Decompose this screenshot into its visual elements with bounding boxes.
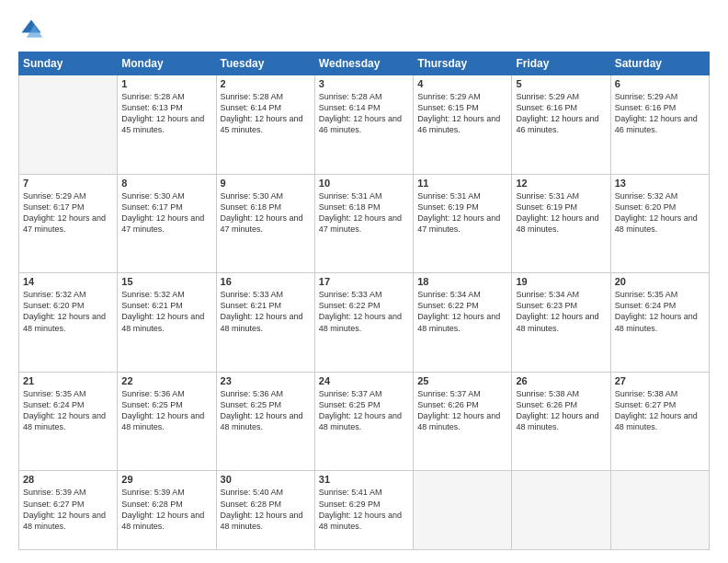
day-number: 29: [121, 474, 211, 485]
calendar-cell: 4Sunrise: 5:29 AMSunset: 6:15 PMDaylight…: [414, 75, 512, 175]
logo: [18, 17, 48, 42]
calendar-cell: [414, 471, 512, 550]
calendar-cell: 7Sunrise: 5:29 AMSunset: 6:17 PMDaylight…: [19, 174, 118, 273]
calendar-cell: 18Sunrise: 5:34 AMSunset: 6:22 PMDayligh…: [414, 273, 512, 373]
day-number: 25: [417, 375, 507, 386]
cell-info: Sunrise: 5:40 AMSunset: 6:28 PMDaylight:…: [221, 487, 311, 532]
calendar-cell: 15Sunrise: 5:32 AMSunset: 6:21 PMDayligh…: [118, 273, 216, 373]
cell-info: Sunrise: 5:38 AMSunset: 6:27 PMDaylight:…: [615, 388, 705, 433]
calendar-cell: 6Sunrise: 5:29 AMSunset: 6:16 PMDaylight…: [610, 75, 709, 175]
calendar-cell: 2Sunrise: 5:28 AMSunset: 6:14 PMDaylight…: [216, 75, 314, 175]
day-number: 16: [221, 276, 311, 287]
calendar-cell: [610, 471, 709, 550]
cell-info: Sunrise: 5:30 AMSunset: 6:18 PMDaylight:…: [221, 190, 311, 236]
day-header-friday: Friday: [512, 52, 610, 75]
header: [18, 17, 710, 42]
cell-info: Sunrise: 5:41 AMSunset: 6:29 PMDaylight:…: [319, 487, 409, 532]
day-number: 24: [319, 375, 409, 386]
cell-info: Sunrise: 5:28 AMSunset: 6:14 PMDaylight:…: [319, 91, 409, 136]
day-number: 10: [319, 178, 409, 189]
cell-info: Sunrise: 5:37 AMSunset: 6:26 PMDaylight:…: [417, 388, 507, 433]
cell-info: Sunrise: 5:29 AMSunset: 6:15 PMDaylight:…: [417, 91, 507, 136]
page: SundayMondayTuesdayWednesdayThursdayFrid…: [0, 0, 728, 563]
day-number: 11: [417, 178, 507, 189]
calendar-cell: 11Sunrise: 5:31 AMSunset: 6:19 PMDayligh…: [414, 174, 512, 273]
calendar-cell: 22Sunrise: 5:36 AMSunset: 6:25 PMDayligh…: [118, 372, 216, 471]
cell-info: Sunrise: 5:37 AMSunset: 6:25 PMDaylight:…: [319, 388, 409, 433]
calendar-cell: 3Sunrise: 5:28 AMSunset: 6:14 PMDaylight…: [314, 75, 413, 175]
cell-info: Sunrise: 5:34 AMSunset: 6:23 PMDaylight:…: [516, 289, 606, 334]
cell-info: Sunrise: 5:32 AMSunset: 6:20 PMDaylight:…: [615, 190, 705, 236]
cell-info: Sunrise: 5:29 AMSunset: 6:16 PMDaylight:…: [516, 91, 606, 136]
cell-info: Sunrise: 5:30 AMSunset: 6:17 PMDaylight:…: [121, 190, 211, 236]
cell-info: Sunrise: 5:39 AMSunset: 6:27 PMDaylight:…: [23, 487, 113, 532]
day-number: 31: [319, 474, 409, 485]
cell-info: Sunrise: 5:31 AMSunset: 6:19 PMDaylight:…: [417, 190, 507, 236]
calendar-cell: 10Sunrise: 5:31 AMSunset: 6:18 PMDayligh…: [314, 174, 413, 273]
calendar-cell: 21Sunrise: 5:35 AMSunset: 6:24 PMDayligh…: [19, 372, 118, 471]
cell-info: Sunrise: 5:36 AMSunset: 6:25 PMDaylight:…: [121, 388, 211, 433]
calendar-cell: 20Sunrise: 5:35 AMSunset: 6:24 PMDayligh…: [610, 273, 709, 373]
calendar-table: SundayMondayTuesdayWednesdayThursdayFrid…: [18, 52, 710, 550]
day-number: 17: [319, 276, 409, 287]
cell-info: Sunrise: 5:29 AMSunset: 6:16 PMDaylight:…: [615, 91, 705, 136]
day-number: 28: [23, 474, 113, 485]
calendar-cell: 19Sunrise: 5:34 AMSunset: 6:23 PMDayligh…: [512, 273, 610, 373]
day-number: 27: [615, 375, 705, 386]
calendar-cell: 26Sunrise: 5:38 AMSunset: 6:26 PMDayligh…: [512, 372, 610, 471]
day-number: 26: [516, 375, 606, 386]
calendar-cell: 23Sunrise: 5:36 AMSunset: 6:25 PMDayligh…: [216, 372, 314, 471]
calendar-cell: 13Sunrise: 5:32 AMSunset: 6:20 PMDayligh…: [610, 174, 709, 273]
cell-info: Sunrise: 5:29 AMSunset: 6:17 PMDaylight:…: [23, 190, 113, 236]
cell-info: Sunrise: 5:33 AMSunset: 6:21 PMDaylight:…: [221, 289, 311, 334]
calendar-cell: 14Sunrise: 5:32 AMSunset: 6:20 PMDayligh…: [19, 273, 118, 373]
cell-info: Sunrise: 5:35 AMSunset: 6:24 PMDaylight:…: [23, 388, 113, 433]
cell-info: Sunrise: 5:31 AMSunset: 6:18 PMDaylight:…: [319, 190, 409, 236]
calendar-cell: 25Sunrise: 5:37 AMSunset: 6:26 PMDayligh…: [414, 372, 512, 471]
cell-info: Sunrise: 5:38 AMSunset: 6:26 PMDaylight:…: [516, 388, 606, 433]
day-number: 22: [121, 375, 211, 386]
day-number: 13: [615, 178, 705, 189]
cell-info: Sunrise: 5:36 AMSunset: 6:25 PMDaylight:…: [221, 388, 311, 433]
calendar-cell: 29Sunrise: 5:39 AMSunset: 6:28 PMDayligh…: [118, 471, 216, 550]
day-header-wednesday: Wednesday: [314, 52, 413, 75]
calendar-cell: 24Sunrise: 5:37 AMSunset: 6:25 PMDayligh…: [314, 372, 413, 471]
cell-info: Sunrise: 5:28 AMSunset: 6:13 PMDaylight:…: [121, 91, 211, 136]
day-number: 2: [221, 78, 311, 89]
day-header-saturday: Saturday: [610, 52, 709, 75]
cell-info: Sunrise: 5:34 AMSunset: 6:22 PMDaylight:…: [417, 289, 507, 334]
calendar-cell: 1Sunrise: 5:28 AMSunset: 6:13 PMDaylight…: [118, 75, 216, 175]
cell-info: Sunrise: 5:31 AMSunset: 6:19 PMDaylight:…: [516, 190, 606, 236]
calendar-cell: 16Sunrise: 5:33 AMSunset: 6:21 PMDayligh…: [216, 273, 314, 373]
day-header-monday: Monday: [118, 52, 216, 75]
day-number: 9: [221, 178, 311, 189]
calendar-cell: 5Sunrise: 5:29 AMSunset: 6:16 PMDaylight…: [512, 75, 610, 175]
day-number: 7: [23, 178, 113, 189]
day-header-tuesday: Tuesday: [216, 52, 314, 75]
calendar-cell: 28Sunrise: 5:39 AMSunset: 6:27 PMDayligh…: [19, 471, 118, 550]
cell-info: Sunrise: 5:33 AMSunset: 6:22 PMDaylight:…: [319, 289, 409, 334]
calendar-cell: [512, 471, 610, 550]
calendar-cell: 17Sunrise: 5:33 AMSunset: 6:22 PMDayligh…: [314, 273, 413, 373]
logo-icon: [18, 17, 44, 42]
day-number: 3: [319, 78, 409, 89]
day-number: 8: [121, 178, 211, 189]
day-number: 18: [417, 276, 507, 287]
calendar-cell: 30Sunrise: 5:40 AMSunset: 6:28 PMDayligh…: [216, 471, 314, 550]
day-number: 4: [417, 78, 507, 89]
calendar-cell: 8Sunrise: 5:30 AMSunset: 6:17 PMDaylight…: [118, 174, 216, 273]
day-number: 6: [615, 78, 705, 89]
day-number: 20: [615, 276, 705, 287]
day-number: 19: [516, 276, 606, 287]
day-number: 23: [221, 375, 311, 386]
day-number: 14: [23, 276, 113, 287]
calendar-cell: 12Sunrise: 5:31 AMSunset: 6:19 PMDayligh…: [512, 174, 610, 273]
calendar-cell: 27Sunrise: 5:38 AMSunset: 6:27 PMDayligh…: [610, 372, 709, 471]
day-number: 5: [516, 78, 606, 89]
day-number: 1: [121, 78, 211, 89]
cell-info: Sunrise: 5:32 AMSunset: 6:21 PMDaylight:…: [121, 289, 211, 334]
day-header-thursday: Thursday: [414, 52, 512, 75]
cell-info: Sunrise: 5:39 AMSunset: 6:28 PMDaylight:…: [121, 487, 211, 532]
calendar-cell: [19, 75, 118, 175]
day-number: 21: [23, 375, 113, 386]
